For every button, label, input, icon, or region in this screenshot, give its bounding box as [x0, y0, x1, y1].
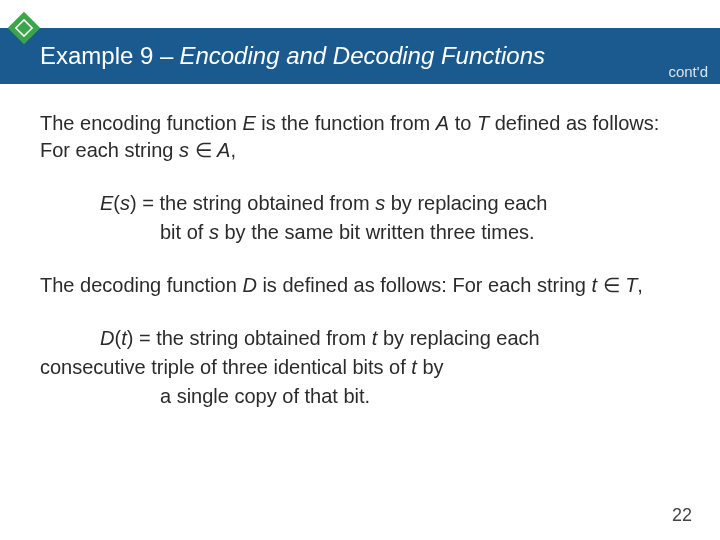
decoding-eq-line3: a single copy of that bit. [160, 383, 674, 410]
diamond-icon [4, 8, 44, 48]
text: by the same bit written three times. [219, 221, 535, 243]
decoding-eq-line1: D(t) = the string obtained from t by rep… [100, 325, 674, 352]
var-E: E [100, 192, 113, 214]
text: by replacing each [377, 327, 539, 349]
encoding-eq-line1: E(s) = the string obtained from s by rep… [100, 190, 674, 217]
contd-label: cont'd [668, 63, 708, 80]
encoding-eq-line2: bit of s by the same bit written three t… [160, 219, 674, 246]
text: a single copy of that bit. [160, 385, 370, 407]
var-s: s [179, 139, 189, 161]
text: , [230, 139, 236, 161]
text: by [417, 356, 444, 378]
var-A: A [217, 139, 230, 161]
title-bar: Example 9 – Encoding and Decoding Functi… [0, 28, 720, 84]
var-D: D [242, 274, 256, 296]
text: to [449, 112, 477, 134]
text: is the function from [256, 112, 436, 134]
var-T: T [477, 112, 489, 134]
text: bit of [160, 221, 209, 243]
var-s: s [209, 221, 219, 243]
slide-content: The encoding function E is the function … [40, 110, 674, 410]
title-topic: Encoding and Decoding Functions [179, 42, 545, 70]
text: by replacing each [385, 192, 547, 214]
var-T: T [625, 274, 637, 296]
page-number: 22 [672, 505, 692, 526]
var-s: s [375, 192, 385, 214]
text: ( [113, 192, 120, 214]
text: ) = the string obtained from [130, 192, 375, 214]
var-A: A [436, 112, 449, 134]
var-D: D [100, 327, 114, 349]
paragraph-encoding-def: The encoding function E is the function … [40, 110, 674, 164]
text: , [637, 274, 643, 296]
text: The decoding function [40, 274, 242, 296]
text: is defined as follows: For each string [257, 274, 592, 296]
var-E: E [242, 112, 255, 134]
text: ∈ [189, 139, 217, 161]
text: The encoding function [40, 112, 242, 134]
paragraph-decoding-def: The decoding function D is defined as fo… [40, 272, 674, 299]
text: consecutive triple of three identical bi… [40, 356, 411, 378]
text: ∈ [597, 274, 625, 296]
var-s: s [120, 192, 130, 214]
title-example-label: Example 9 – [40, 42, 173, 70]
text: ) = the string obtained from [127, 327, 372, 349]
decoding-eq-line2: consecutive triple of three identical bi… [40, 354, 674, 381]
